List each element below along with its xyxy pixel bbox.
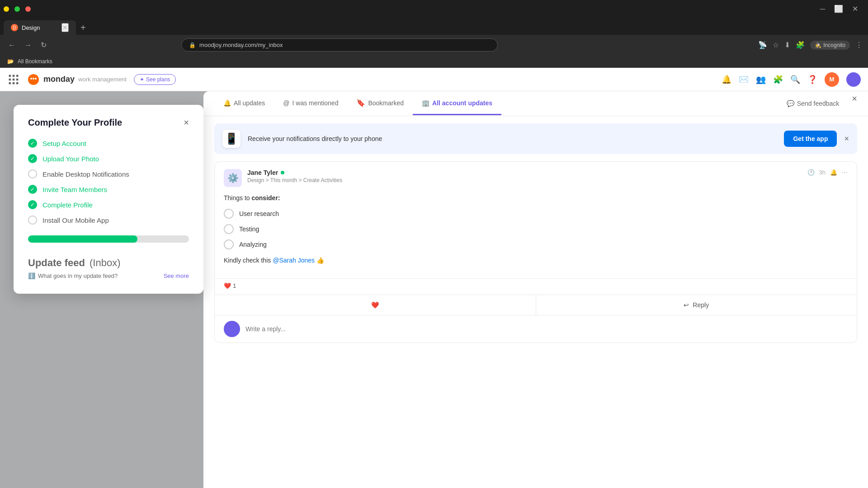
top-win-controls: ─ ⬜ ✕ — [810, 4, 868, 14]
checklist-label-invite: Invite Team Members — [42, 186, 107, 193]
checklist-item-complete[interactable]: ✓ Complete Profile — [28, 200, 189, 209]
checkbox-circle-testing[interactable] — [224, 224, 234, 234]
checkbox-circle-analyzing[interactable] — [224, 239, 234, 249]
people-icon[interactable]: 👥 — [756, 75, 766, 84]
svg-rect-10 — [30, 78, 32, 80]
checkbox-circle-user-research[interactable] — [224, 209, 234, 219]
mention-emoji: 👍 — [316, 257, 324, 264]
see-plans-star-icon: ✦ — [140, 76, 144, 83]
tab-all-updates[interactable]: 🔔 All updates — [214, 92, 274, 115]
window-controls[interactable] — [0, 6, 31, 12]
extension-icon[interactable]: 🧩 — [796, 41, 805, 49]
tab-close-button[interactable]: ✕ — [61, 23, 69, 32]
tab-bookmarked[interactable]: 🔖 Bookmarked — [347, 91, 413, 116]
see-plans-button[interactable]: ✦ See plans — [134, 74, 176, 85]
inbox-close-button[interactable]: × — [852, 93, 857, 103]
profile-menu-icon[interactable]: ⋮ — [855, 41, 863, 49]
tab-account-updates[interactable]: 🏢 All account updates — [413, 92, 501, 115]
help-icon[interactable]: ❓ — [807, 75, 817, 84]
check-icon-complete: ✓ — [28, 200, 37, 209]
check-icon-notifications — [28, 169, 37, 178]
tab-mentioned[interactable]: @ I was mentioned — [274, 92, 347, 115]
action-row: ❤️ ↩ Reply — [215, 295, 857, 315]
win-minimize-icon[interactable]: ─ — [817, 4, 828, 14]
mention-text-content: Kindly check this — [224, 257, 271, 264]
check-icon-setup: ✓ — [28, 139, 37, 148]
notification-banner-text: Receive your notifications directly to y… — [248, 135, 777, 142]
reply-user-avatar — [224, 321, 240, 337]
app-grid-icon[interactable] — [7, 73, 20, 86]
bookmarks-bar-label[interactable]: All Bookmarks — [18, 58, 52, 65]
bell-tab-icon: 🔔 — [223, 99, 231, 107]
svg-rect-11 — [33, 78, 34, 80]
new-tab-button[interactable]: + — [77, 21, 90, 35]
tab-strip: D Design ✕ + — [0, 18, 868, 35]
bell-icon[interactable]: 🔔 — [722, 75, 731, 84]
bookmark-star-icon[interactable]: ☆ — [773, 41, 779, 49]
checklist-label-setup: Setup Account — [42, 140, 86, 147]
heart-action-button[interactable]: ❤️ — [215, 295, 536, 315]
mention-user-link[interactable]: @Sarah Jones — [273, 257, 315, 264]
close-window-button[interactable] — [25, 6, 31, 12]
download-icon[interactable]: ⬇ — [784, 41, 790, 49]
bookmark-tab-icon: 🔖 — [356, 99, 365, 107]
minimize-button[interactable] — [4, 6, 9, 12]
phone-icon: 📱 — [222, 130, 241, 148]
apps-icon[interactable]: 🧩 — [773, 75, 783, 84]
update-user-avatar: ⚙️ — [224, 169, 242, 187]
account-tab-icon: 🏢 — [422, 99, 429, 107]
reload-button[interactable]: ↻ — [38, 39, 49, 51]
browser-tab-design[interactable]: D Design ✕ — [4, 20, 76, 35]
inbox-icon[interactable]: ✉️ — [739, 75, 749, 84]
reply-input[interactable] — [245, 325, 848, 333]
url-display[interactable]: moodjoy.monday.com/my_inbox — [199, 42, 490, 48]
update-body-text: Things to consider: — [224, 194, 848, 202]
checklist-item-invite[interactable]: ✓ Invite Team Members — [28, 185, 189, 194]
reaction-badge[interactable]: ❤️ 1 — [224, 282, 236, 289]
checklist-label-notifications: Enable Desktop Notifications — [42, 170, 129, 178]
checklist-item-setup[interactable]: ✓ Setup Account — [28, 139, 189, 148]
maximize-button[interactable] — [14, 6, 20, 12]
reply-action-button[interactable]: ↩ Reply — [536, 295, 857, 315]
app-logo-text: monday — [43, 75, 75, 84]
search-icon[interactable]: 🔍 — [790, 75, 800, 84]
checklist-item-photo[interactable]: ✓ Upload Your Photo — [28, 154, 189, 163]
svg-rect-0 — [9, 75, 11, 77]
check-icon-photo: ✓ — [28, 154, 37, 163]
checklist-item-notifications[interactable]: Enable Desktop Notifications — [28, 169, 189, 178]
profile-panel-close-button[interactable]: × — [184, 117, 189, 128]
user-avatar-secondary[interactable] — [846, 72, 861, 87]
inbox-panel: 🔔 All updates @ I was mentioned 🔖 Bookma… — [203, 91, 868, 488]
profile-checklist: ✓ Setup Account ✓ Upload Your Photo Enab… — [28, 139, 189, 225]
profile-panel-title: Complete Your Profile — [28, 117, 122, 128]
win-restore-icon[interactable]: ⬜ — [831, 4, 846, 14]
user-avatar-primary[interactable]: M — [825, 72, 839, 87]
win-close-icon[interactable]: ✕ — [849, 4, 861, 14]
bell-reminder-icon[interactable]: 🔔 — [830, 169, 837, 176]
more-options-icon[interactable]: ⋯ — [842, 169, 848, 176]
incognito-label: Incognito — [823, 42, 845, 48]
notification-banner-close-button[interactable]: × — [844, 134, 849, 144]
update-feed-title-sub: (Inbox) — [90, 257, 120, 268]
update-feed-hint-text: What goes in my update feed? — [38, 272, 118, 279]
update-feed-hint: ℹ️ What goes in my update feed? See more — [28, 272, 189, 279]
checklist-item-mobile[interactable]: Install Our Mobile App — [28, 216, 189, 225]
browser-nav-right: 📡 ☆ ⬇ 🧩 🕵️ Incognito ⋮ — [758, 41, 863, 50]
incognito-badge: 🕵️ Incognito — [810, 41, 850, 50]
send-feedback-tab[interactable]: 💬 Send feedback — [778, 93, 848, 114]
svg-rect-4 — [13, 78, 15, 80]
update-feed-section: Update feed (Inbox) ℹ️ What goes in my u… — [28, 257, 189, 279]
info-icon: ℹ️ — [28, 272, 35, 279]
window-bar: ─ ⬜ ✕ — [0, 0, 868, 18]
see-more-link[interactable]: See more — [164, 272, 189, 279]
update-card-header: ⚙️ Jane Tyler Design > This month > Crea… — [215, 162, 857, 191]
see-plans-label: See plans — [146, 76, 170, 83]
checklist-label-mobile: Install Our Mobile App — [42, 216, 109, 224]
check-icon-mobile — [28, 216, 37, 225]
get-app-button[interactable]: Get the app — [784, 131, 837, 147]
checkbox-item-testing: Testing — [224, 224, 848, 234]
svg-rect-12 — [35, 78, 37, 80]
update-user-name-text: Jane Tyler — [247, 169, 278, 176]
back-button[interactable]: ← — [5, 39, 18, 51]
forward-button[interactable]: → — [22, 39, 34, 51]
